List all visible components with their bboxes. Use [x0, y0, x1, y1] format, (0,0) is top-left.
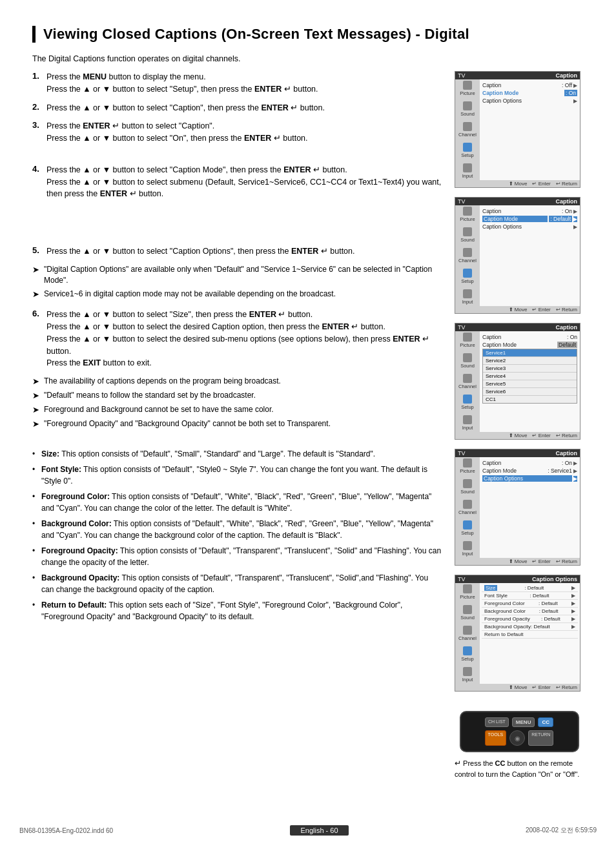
- option-bg-opacity: • Background Opacity: This option consis…: [32, 572, 442, 595]
- page-number: English - 60: [300, 827, 338, 834]
- channel-icon: [463, 122, 472, 131]
- sidebar3-picture: Picture: [457, 333, 478, 348]
- tools-btn[interactable]: TOOLS: [485, 730, 507, 746]
- sidebar3-setup: Setup: [457, 395, 478, 410]
- sidebar3-channel: Channel: [457, 374, 478, 389]
- picture-icon-3: [463, 333, 472, 342]
- options-section: • Size: This option consists of "Default…: [32, 448, 442, 622]
- sidebar2-channel: Channel: [457, 248, 478, 263]
- tv-row-3-caption: Caption : On: [482, 333, 577, 341]
- step-5: 5. Press the ▲ or ▼ button to select "Ca…: [32, 245, 442, 258]
- tv-panel-4: TV Caption Picture Sound: [455, 449, 580, 566]
- sidebar-input: Input: [457, 163, 478, 179]
- channel-icon-5: [463, 626, 472, 635]
- co-row-size: Size : Default ▶: [482, 584, 578, 592]
- nav-circle[interactable]: ◉: [509, 730, 525, 746]
- sound-icon-2: [463, 227, 472, 236]
- step-5-num: 5.: [32, 245, 43, 258]
- caption-label-4: Caption: [556, 450, 578, 457]
- caption-options-label: Caption Options: [532, 576, 577, 582]
- option-size: • Size: This option consists of "Default…: [32, 448, 442, 460]
- tv-row-4-caption: Caption : On ▶: [482, 459, 577, 467]
- tv-panel-1-footer: ⬆ Move↵ Enter↩ Return: [455, 180, 580, 187]
- menu-btn[interactable]: MENU: [512, 717, 535, 727]
- input-icon-2: [463, 289, 472, 298]
- tv-sidebar-5: Picture Sound Channel Setup: [455, 583, 480, 684]
- step-2-num: 2.: [32, 102, 43, 114]
- sidebar5-sound: Sound: [457, 605, 478, 621]
- tv-row-4-options: Caption Options ▶: [482, 475, 577, 482]
- tv-panel-3-header: TV Caption: [455, 323, 580, 331]
- picture-icon-2: [463, 207, 472, 216]
- arrow-notes-6: ➤ The availability of captions depends o…: [32, 376, 442, 430]
- step-3-content: Press the ENTER ↵ button to select "Capt…: [46, 120, 442, 145]
- sidebar5-input: Input: [457, 667, 478, 683]
- arrow-note-6-1: ➤ The availability of captions depends o…: [32, 376, 442, 388]
- tv-panel-4-main: Caption : On ▶ Caption Mode : Service1 ▶…: [480, 457, 580, 558]
- footer-left: BN68-01395A-Eng-0202.indd 60: [19, 827, 113, 834]
- arrow-note-5-1: ➤ "Digital Caption Options" are availabl…: [32, 264, 442, 287]
- tv-panel-3-body: Picture Sound Channel Setup: [455, 331, 580, 432]
- tv-panel-5: TV Caption Options Picture Sound: [455, 575, 580, 692]
- sidebar2-input: Input: [457, 289, 478, 305]
- sidebar4-setup: Setup: [457, 520, 478, 536]
- step-1: 1. Press the MENU button to display the …: [32, 71, 442, 96]
- co-row-fg-opacity: Foreground Opacity : Default ▶: [482, 615, 578, 623]
- return-btn[interactable]: RETURN: [528, 730, 553, 746]
- tv-sidebar-3: Picture Sound Channel Setup: [455, 331, 480, 432]
- sidebar4-input: Input: [457, 541, 478, 557]
- footer-right: 2008-02-02 오전 6:59:59: [526, 826, 597, 835]
- step-6: 6. Press the ▲ or ▼ button to select "Si…: [32, 309, 442, 369]
- option-fg-opacity: • Foreground Opacity: This option consis…: [32, 545, 442, 568]
- step-4-content: Press the ▲ or ▼ button to select "Capti…: [46, 164, 442, 200]
- tv-panel-4-header: TV Caption: [455, 449, 580, 457]
- tv-row-caption: Caption : Off ▶: [482, 81, 577, 89]
- channel-icon-3: [463, 374, 472, 383]
- sidebar-picture: Picture: [457, 81, 478, 96]
- submenu-cc1: CC1: [483, 395, 577, 403]
- tv-panel-2-footer: ⬆ Move↵ Enter↩ Return: [455, 306, 580, 313]
- tv-row-3-mode: Caption Mode Default: [482, 341, 577, 349]
- step-6-content: Press the ▲ or ▼ button to select "Size"…: [46, 309, 442, 369]
- tv-panel-1-main: Caption : Off ▶ Caption Mode : On Captio…: [480, 79, 580, 180]
- tv-label-3: TV: [458, 324, 466, 331]
- picture-icon-4: [463, 458, 472, 467]
- step-1-content: Press the MENU button to display the men…: [46, 71, 442, 96]
- tv-sidebar-4: Picture Sound Channel Setup: [455, 457, 480, 558]
- sidebar-sound: Sound: [457, 101, 478, 117]
- sidebar3-sound: Sound: [457, 353, 478, 369]
- co-row-fg-color: Foreground Color : Default ▶: [482, 600, 578, 608]
- sidebar-channel: Channel: [457, 122, 478, 138]
- submenu-service5: Service5: [483, 380, 577, 387]
- cc-btn[interactable]: CC: [538, 717, 553, 727]
- channel-icon-4: [463, 500, 472, 509]
- remote-bottom-buttons: TOOLS ◉ RETURN: [466, 730, 573, 746]
- tv-panel-3: TV Caption Picture Sound: [455, 323, 580, 440]
- sidebar5-picture: Picture: [457, 584, 478, 600]
- step-2: 2. Press the ▲ or ▼ button to select "Ca…: [32, 102, 442, 114]
- right-col: TV Caption Picture Sound: [455, 71, 584, 780]
- submenu-service6: Service6: [483, 387, 577, 395]
- arrow-note-5-2: ➤ Service1~6 in digital caption mode may…: [32, 289, 442, 301]
- tv-panel-2-main: Caption : On ▶ Caption Mode : Default ▶ …: [480, 205, 580, 306]
- co-row-return: Return to Default: [482, 631, 578, 639]
- sidebar4-sound: Sound: [457, 479, 478, 495]
- tv-row-4-mode: Caption Mode : Service1 ▶: [482, 467, 577, 475]
- tv-panel-2-header: TV Caption: [455, 198, 580, 205]
- submenu-dropdown: Service1 Service2 Service3 Service4 Serv…: [482, 349, 577, 404]
- tv-row-options: Caption Options ▶: [482, 97, 577, 105]
- step-5-content: Press the ▲ or ▼ button to select "Capti…: [46, 245, 442, 258]
- channel-icon-2: [463, 248, 472, 257]
- sidebar5-setup: Setup: [457, 646, 478, 662]
- input-icon-5: [463, 667, 472, 676]
- sidebar-setup: Setup: [457, 143, 478, 158]
- tv-panel-5-main: Size : Default ▶ Font Style : Default ▶ …: [480, 583, 580, 684]
- tv-row-2-options: Caption Options ▶: [482, 223, 577, 231]
- sound-icon-5: [463, 605, 472, 614]
- ch-list-btn[interactable]: CH LIST: [485, 717, 509, 727]
- remote-caption-text: ↵ Press the CC button on the remote cont…: [455, 757, 584, 780]
- intro-text: The Digital Captions function operates o…: [32, 54, 584, 63]
- caption-label-2: Caption: [556, 198, 578, 205]
- arrow-note-6-4: ➤ "Foreground Opacity" and "Background O…: [32, 418, 442, 431]
- input-icon-3: [463, 415, 472, 424]
